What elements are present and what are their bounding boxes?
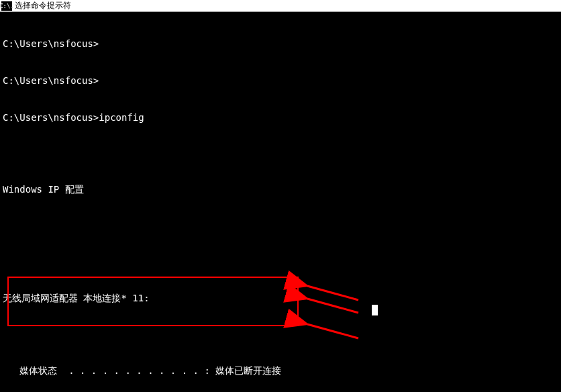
prompt-line: C:\Users\nsfocus>: [3, 38, 558, 50]
title-text: 选择命令提示符: [15, 0, 71, 11]
output-line: Windows IP 配置: [3, 183, 558, 195]
output-line: 媒体状态 . . . . . . . . . . . . : 媒体已断开连接: [3, 364, 558, 377]
title-bar[interactable]: C:\. 选择命令提示符: [0, 0, 561, 12]
text-cursor: [372, 305, 378, 315]
blank-line: [3, 328, 558, 340]
blank-line: [3, 220, 558, 232]
terminal-output[interactable]: C:\Users\nsfocus> C:\Users\nsfocus> C:\U…: [0, 12, 561, 392]
adapter-header: 无线局域网适配器 本地连接* 11:: [3, 292, 558, 304]
prompt-line: C:\Users\nsfocus>: [3, 75, 558, 87]
blank-line: [3, 256, 558, 267]
cmd-icon: C:\.: [1, 1, 12, 11]
command-line: C:\Users\nsfocus>ipconfig: [3, 111, 558, 124]
blank-line: [3, 148, 558, 159]
